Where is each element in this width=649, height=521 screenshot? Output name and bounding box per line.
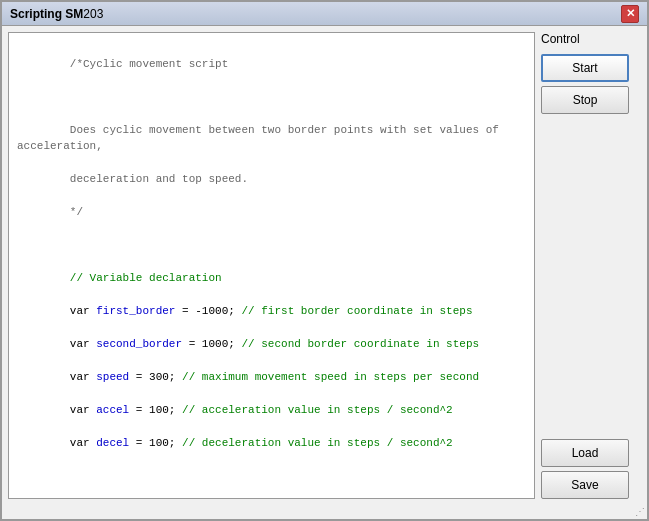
- spacer: [541, 118, 641, 435]
- bottom-buttons: Load Save: [541, 439, 641, 499]
- close-button[interactable]: ✕: [621, 5, 639, 23]
- save-button[interactable]: Save: [541, 471, 629, 499]
- title-bar: Scripting SM203 ✕: [2, 2, 647, 26]
- control-label: Control: [541, 32, 641, 46]
- stop-button[interactable]: Stop: [541, 86, 629, 114]
- right-panel: Control Start Stop Load Save: [541, 32, 641, 499]
- window-body: /*Cyclic movement script Does cyclic mov…: [2, 26, 647, 505]
- resize-handle[interactable]: ⋰: [635, 506, 645, 517]
- window-title: Scripting SM203: [10, 7, 103, 21]
- main-window: Scripting SM203 ✕ /*Cyclic movement scri…: [0, 0, 649, 521]
- window-title-bold: 203: [83, 7, 103, 21]
- code-editor[interactable]: /*Cyclic movement script Does cyclic mov…: [9, 33, 534, 498]
- load-button[interactable]: Load: [541, 439, 629, 467]
- start-button[interactable]: Start: [541, 54, 629, 82]
- window-footer: ⋰: [2, 505, 647, 519]
- editor-panel: /*Cyclic movement script Does cyclic mov…: [8, 32, 535, 499]
